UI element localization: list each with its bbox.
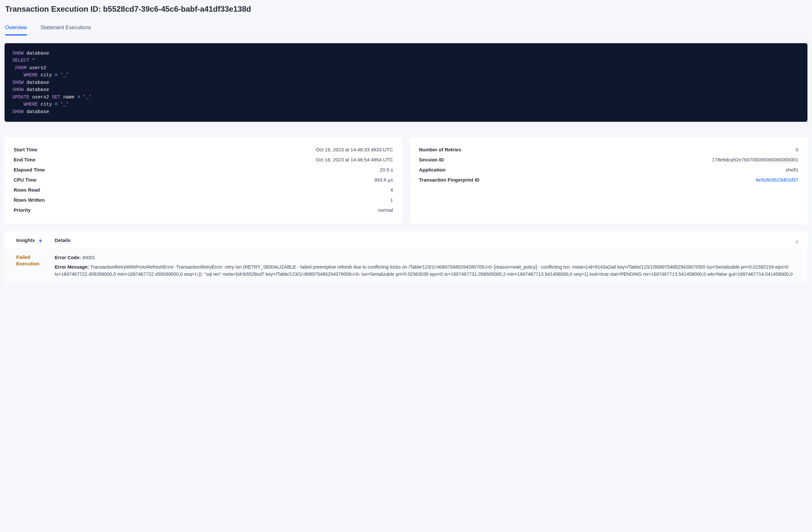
stat-label: Session ID: [419, 157, 444, 163]
sql-str: '_': [83, 95, 91, 100]
error-code-value: 40001: [82, 255, 95, 260]
title-prefix: Transaction Execution ID:: [5, 4, 103, 13]
error-message-value: TransactionRetryWithProtoRefreshError: T…: [55, 264, 793, 277]
sql-ident: database: [27, 51, 49, 56]
stat-label: Application: [419, 167, 446, 172]
stat-label: Transaction Fingerprint ID: [419, 177, 480, 183]
sql-kw: SHOW: [12, 51, 24, 56]
insights-card: Insights Details: [4, 231, 808, 283]
stat-value: normal: [378, 207, 393, 213]
sql-ident: users2: [32, 95, 49, 100]
stat-priority: Priority normal: [14, 205, 393, 215]
sql-kw: FROM: [15, 65, 27, 70]
sql-op: *: [32, 58, 35, 63]
stat-value: 993.6 µs: [374, 177, 393, 183]
sql-kw: SELECT: [12, 58, 29, 63]
stat-value: Oct 16, 2023 at 14:48:33:4833 UTC: [316, 147, 393, 152]
col-header-label: Details: [55, 237, 71, 243]
sql-kw: SHOW: [12, 80, 24, 85]
sql-str: '_': [60, 102, 69, 107]
insight-details-cell: Error Code: 40001 Error Message: Transac…: [48, 249, 808, 284]
stats-card-right: Number of Retries 0 Session ID 178e9dca5…: [410, 137, 808, 223]
sql-op: =: [55, 72, 58, 78]
sql-kw: SHOW: [12, 87, 24, 92]
sql-code-block: SHOW database SELECT * FROM users2 WHERE…: [4, 43, 808, 122]
stat-fingerprint-id: Transaction Fingerprint ID 4e5c6c9523d01…: [419, 175, 798, 185]
sql-ident: database: [27, 80, 49, 85]
stat-value: 178e9dca52e7b0700000000000000001: [712, 157, 798, 163]
stat-label: End Time: [14, 157, 35, 163]
sql-ident: name: [63, 95, 75, 100]
sql-str: '_': [60, 72, 69, 78]
sql-kw: WHERE: [24, 72, 38, 78]
insights-table: Insights Details: [4, 231, 808, 283]
sql-kw: UPDATE: [12, 95, 29, 100]
stat-rows-written: Rows Written 1: [14, 195, 393, 205]
stat-label: Start Time: [14, 147, 37, 152]
stat-label: Rows Read: [14, 187, 40, 193]
insight-name-cell: Failed Execution: [4, 249, 48, 284]
stat-label: Number of Retries: [419, 147, 461, 152]
stats-row: Start Time Oct 16, 2023 at 14:48:33:4833…: [4, 137, 808, 223]
insight-name-line1: Failed: [16, 254, 30, 260]
sql-ident: users2: [29, 65, 46, 70]
sql-ident: city: [41, 102, 52, 107]
title-id: b5528cd7-39c6-45c6-babf-a41df33e138d: [103, 4, 251, 13]
stat-elapsed-time: Elapsed Time 20.5 s: [14, 165, 393, 175]
sql-kw: SHOW: [12, 109, 24, 114]
col-header-details[interactable]: Details: [48, 231, 788, 249]
sort-icon: [39, 238, 42, 242]
stats-card-left: Start Time Oct 16, 2023 at 14:48:33:4833…: [4, 137, 402, 223]
stat-rows-read: Rows Read 4: [14, 185, 393, 195]
sql-op: =: [55, 102, 58, 107]
col-header-sort[interactable]: [788, 231, 808, 249]
tab-statement-executions[interactable]: Statement Executions: [41, 22, 91, 36]
stat-cpu-time: CPU Time 993.6 µs: [14, 175, 393, 185]
page-title: Transaction Execution ID: b5528cd7-39c6-…: [4, 4, 808, 14]
sql-kw: WHERE: [24, 102, 38, 107]
error-code-label: Error Code:: [55, 255, 83, 260]
tab-overview[interactable]: Overview: [5, 22, 27, 36]
stat-start-time: Start Time Oct 16, 2023 at 14:48:33:4833…: [14, 144, 393, 155]
stat-label: Elapsed Time: [14, 167, 45, 172]
sql-op: =: [77, 95, 80, 100]
insight-name-line2: Execution: [16, 261, 40, 266]
stat-value: 4: [390, 187, 393, 193]
sql-ident: database: [27, 87, 49, 92]
stat-application: Application shell1: [419, 165, 798, 175]
col-header-label: Insights: [16, 237, 35, 243]
tabs: Overview Statement Executions: [4, 22, 808, 36]
stat-label: Rows Written: [14, 197, 45, 203]
sql-kw: SET: [52, 95, 60, 100]
stat-retries: Number of Retries 0: [419, 144, 798, 155]
stat-value: 20.5 s: [380, 167, 393, 172]
sql-ident: city: [41, 72, 52, 78]
stat-value: 0: [796, 147, 798, 152]
error-message-label: Error Message:: [55, 264, 90, 269]
stat-label: Priority: [14, 207, 31, 213]
table-row: Failed Execution Error Code: 40001 Error…: [4, 249, 808, 284]
fingerprint-link[interactable]: 4e5c6c9523d01d37: [755, 177, 798, 183]
col-header-insights[interactable]: Insights: [4, 231, 48, 249]
stat-value: shell1: [786, 167, 798, 172]
stat-label: CPU Time: [14, 177, 37, 183]
stat-value: 1: [390, 197, 393, 203]
sort-icon: [795, 240, 798, 244]
stat-end-time: End Time Oct 16, 2023 at 14:48:54:4854 U…: [14, 155, 393, 165]
sql-ident: database: [27, 109, 49, 114]
stat-value: Oct 16, 2023 at 14:48:54:4854 UTC: [316, 157, 393, 163]
stat-session-id: Session ID 178e9dca52e7b0700000000000000…: [419, 155, 798, 165]
